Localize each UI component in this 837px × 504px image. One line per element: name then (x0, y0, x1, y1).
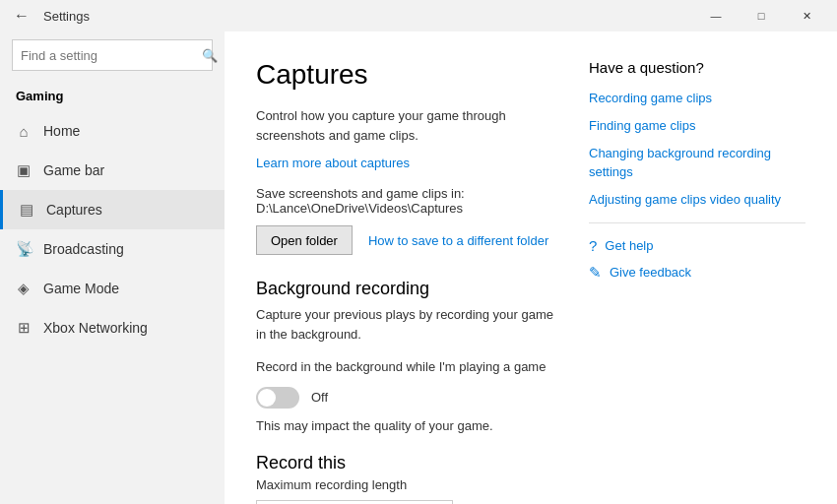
get-help-icon: ? (589, 237, 597, 254)
right-link-0[interactable]: Recording game clips (589, 90, 805, 107)
titlebar-title: Settings (43, 9, 90, 24)
back-button[interactable]: ← (8, 3, 35, 29)
search-box[interactable]: 🔍 (12, 39, 213, 71)
search-icon: 🔍 (194, 48, 225, 63)
learn-more-link[interactable]: Learn more about captures (256, 156, 410, 170)
sidebar-item-game-bar-label: Game bar (43, 162, 104, 178)
main-layout: 🔍 Gaming ⌂ Home ▣ Game bar ▤ Captures 📡 … (0, 32, 837, 504)
titlebar-left: ← Settings (0, 3, 90, 29)
sidebar-item-home-label: Home (43, 123, 80, 139)
game-mode-icon: ◈ (16, 280, 32, 297)
content-area: Captures Control how you capture your ga… (225, 32, 837, 504)
titlebar: ← Settings — □ ✕ (0, 0, 837, 32)
sidebar-item-home[interactable]: ⌂ Home (0, 111, 225, 151)
right-link-3[interactable]: Adjusting game clips video quality (589, 191, 805, 209)
background-toggle-row: Off (256, 387, 557, 409)
background-recording-title: Background recording (256, 279, 557, 299)
minimize-button[interactable]: — (693, 0, 739, 32)
sidebar-item-game-mode-label: Game Mode (43, 281, 119, 296)
right-panel-title: Have a question? (589, 59, 805, 76)
get-help-action[interactable]: ? Get help (589, 237, 805, 254)
sidebar-item-broadcasting-label: Broadcasting (43, 241, 124, 257)
give-feedback-action[interactable]: ✎ Give feedback (589, 264, 805, 282)
sidebar-item-game-mode[interactable]: ◈ Game Mode (0, 269, 225, 308)
button-row: Open folder How to save to a different f… (256, 225, 557, 255)
sidebar-item-xbox-networking-label: Xbox Networking (43, 320, 148, 336)
max-recording-label: Maximum recording length (256, 477, 557, 492)
right-panel: Have a question? Recording game clips Fi… (589, 59, 805, 476)
background-toggle[interactable] (256, 387, 299, 409)
impact-note: This may impact the quality of your game… (256, 418, 557, 433)
sidebar: 🔍 Gaming ⌂ Home ▣ Game bar ▤ Captures 📡 … (0, 32, 225, 504)
how-to-save-link[interactable]: How to save to a different folder (368, 233, 548, 248)
right-link-1[interactable]: Finding game clips (589, 117, 805, 135)
xbox-networking-icon: ⊞ (16, 319, 32, 337)
captures-icon: ▤ (19, 201, 34, 219)
right-link-2[interactable]: Changing background recording settings (589, 145, 805, 180)
sidebar-item-captures[interactable]: ▤ Captures (0, 190, 225, 229)
save-path-text: Save screenshots and game clips in: D:\L… (256, 186, 557, 216)
background-recording-desc: Capture your previous plays by recording… (256, 305, 557, 344)
game-bar-icon: ▣ (16, 161, 32, 179)
content-main: Captures Control how you capture your ga… (256, 59, 557, 476)
page-title: Captures (256, 59, 557, 91)
get-help-label: Get help (605, 238, 653, 253)
open-folder-button[interactable]: Open folder (256, 225, 353, 255)
sidebar-item-broadcasting[interactable]: 📡 Broadcasting (0, 229, 225, 269)
toggle-description: Record in the background while I'm playi… (256, 357, 557, 377)
maximize-button[interactable]: □ (739, 0, 784, 32)
search-input[interactable] (13, 48, 194, 63)
sidebar-item-xbox-networking[interactable]: ⊞ Xbox Networking (0, 308, 225, 347)
titlebar-controls: — □ ✕ (693, 0, 829, 32)
sidebar-item-game-bar[interactable]: ▣ Game bar (0, 151, 225, 190)
toggle-knob (258, 389, 276, 407)
close-button[interactable]: ✕ (784, 0, 829, 32)
record-this-title: Record this (256, 453, 557, 473)
give-feedback-label: Give feedback (610, 265, 691, 280)
recording-length-wrapper: 30 minutes 1 hour 2 hours 4 hours ▼ (256, 500, 453, 505)
page-description: Control how you capture your game throug… (256, 106, 557, 145)
broadcasting-icon: 📡 (16, 240, 32, 258)
home-icon: ⌂ (16, 123, 32, 140)
give-feedback-icon: ✎ (589, 264, 602, 282)
sidebar-section-label: Gaming (0, 83, 225, 111)
sidebar-item-captures-label: Captures (46, 202, 102, 218)
recording-length-dropdown[interactable]: 30 minutes 1 hour 2 hours 4 hours (256, 500, 453, 505)
toggle-off-label: Off (311, 390, 328, 405)
right-divider (589, 222, 805, 223)
